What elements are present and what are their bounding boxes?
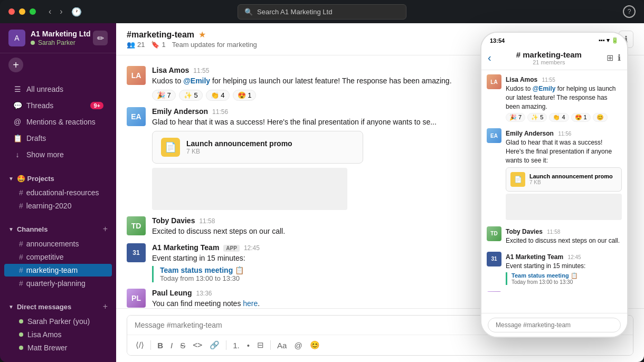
channels-section-header[interactable]: ▼ Channels + <box>0 221 116 237</box>
compose-button[interactable]: ✏ <box>93 31 108 45</box>
projects-arrow: ▼ <box>8 176 14 182</box>
mobile-video-icon[interactable]: ⊞ <box>607 53 613 63</box>
reaction-item[interactable]: 🎉 7 <box>506 113 525 122</box>
reaction-item[interactable]: ✨ 5 <box>527 113 547 122</box>
file-name: Launch announcement promo <box>186 139 354 148</box>
dm-section-header[interactable]: ▼ Direct messages + <box>0 299 116 315</box>
history-button[interactable]: 🕐 <box>69 5 84 19</box>
file-preview <box>152 168 347 210</box>
sidebar-item-threads[interactable]: 💬 Threads 9+ <box>4 98 112 113</box>
event-title: Team status meeting 📋 <box>512 272 622 279</box>
avatar: PL <box>487 291 501 292</box>
channel-item-marketing-team[interactable]: # marketing-team <box>4 264 112 277</box>
reaction-item[interactable]: 👏 4 <box>549 113 569 122</box>
hash-icon: # <box>19 202 23 210</box>
emoji-button[interactable]: 😊 <box>307 338 323 352</box>
close-button[interactable] <box>8 8 15 15</box>
mention-button[interactable]: @ <box>291 339 305 352</box>
user-name: Sarah Parker <box>38 39 75 46</box>
message-content: Toby Davies 11:58 Excited to discuss nex… <box>506 226 622 245</box>
mobile-message-input[interactable] <box>488 318 621 332</box>
channel-item-announcements[interactable]: # announcements <box>4 237 112 250</box>
dm-item-lisa-amos[interactable]: Lisa Amos <box>4 328 112 341</box>
file-attachment[interactable]: 📄 Launch announcement promo 7 KB <box>506 167 622 192</box>
help-button[interactable]: ? <box>623 5 636 18</box>
bold-button[interactable]: B <box>154 339 166 352</box>
bullet-list-button[interactable]: • <box>244 339 253 352</box>
workspace-header: A A1 Marketing Ltd Sarah Parker ✏ <box>0 23 116 53</box>
sidebar-item-all-unreads[interactable]: ☰ All unreads <box>4 81 112 97</box>
file-attachment[interactable]: 📄 Launch announcement promo 7 KB <box>152 131 363 164</box>
message-time: 11:56 <box>558 131 571 137</box>
dm-arrow: ▼ <box>8 304 14 310</box>
workspace-info[interactable]: A A1 Marketing Ltd Sarah Parker <box>8 30 91 46</box>
reactions: 🎉 7 ✨ 5 👏 4 😍 1 😊 <box>506 113 622 122</box>
list-item: PL Paul Leung 13:36 You can find meeting… <box>487 291 622 292</box>
italic-button[interactable]: I <box>167 339 176 352</box>
message-time: 13:36 <box>196 290 212 297</box>
dm-item-matt-brewer[interactable]: Matt Brewer <box>4 341 112 354</box>
mobile-info-icon[interactable]: ℹ <box>618 53 621 63</box>
forward-button[interactable]: › <box>58 5 64 19</box>
drafts-icon: 📋 <box>13 134 22 143</box>
minimize-button[interactable] <box>19 8 25 15</box>
link-button[interactable]: 🔗 <box>206 338 223 352</box>
nav-buttons: ‹ › 🕐 <box>46 5 84 19</box>
message-text: Event starting in 15 minutes: <box>506 262 622 271</box>
ordered-list-button[interactable]: 1. <box>230 339 243 352</box>
meeting-notes-link[interactable]: here <box>243 299 258 308</box>
channel-description: Team updates for marketing <box>172 41 257 49</box>
mobile-back-button[interactable]: ‹ <box>488 52 491 64</box>
sidebar: A A1 Marketing Ltd Sarah Parker ✏ + <box>0 23 116 362</box>
reaction-item[interactable]: ✨ 5 <box>179 90 203 101</box>
drafts-label: Drafts <box>26 134 46 142</box>
toolbar-divider <box>270 340 271 350</box>
dm-item-sarah-parker[interactable]: Sarah Parker (you) <box>4 315 112 328</box>
search-bar[interactable]: 🔍 Search A1 Marketing Ltd <box>238 4 406 20</box>
sidebar-item-drafts[interactable]: 📋 Drafts <box>4 130 112 146</box>
back-button[interactable]: ‹ <box>46 5 53 19</box>
strikethrough-button[interactable]: S <box>177 339 188 352</box>
event-time: Today from 13:00 to 13:30 <box>512 279 622 285</box>
projects-section: ▼ 🤩 Projects # educational-resources # l… <box>0 167 116 217</box>
message-author: Toby Davies <box>152 216 195 225</box>
reaction-item[interactable]: 👏 4 <box>206 90 230 101</box>
reaction-item[interactable]: 🎉 7 <box>152 90 176 101</box>
code-button[interactable]: <> <box>190 338 205 352</box>
sidebar-item-show-more[interactable]: ↓ Show more <box>4 147 112 163</box>
message-content: Paul Leung 13:36 You can find meeting no… <box>506 291 622 292</box>
indent-button[interactable]: ⊟ <box>254 338 267 352</box>
sidebar-item-mentions[interactable]: @ Mentions & reactions <box>4 114 112 130</box>
toolbar-divider <box>226 340 226 350</box>
message-author: Toby Davies <box>506 228 543 235</box>
reaction-item[interactable]: 😍 1 <box>571 113 591 122</box>
star-icon[interactable]: ★ <box>198 30 206 40</box>
mobile-channel-info: # marketing-team 21 members <box>516 50 582 65</box>
new-button[interactable]: + <box>8 58 23 72</box>
reaction-item[interactable]: 😍 1 <box>233 90 257 101</box>
projects-section-header[interactable]: ▼ 🤩 Projects <box>0 172 116 186</box>
text-size-button[interactable]: Aa <box>274 339 290 352</box>
workspace-status: Sarah Parker <box>31 39 91 46</box>
message-time: 12:45 <box>244 244 260 252</box>
maximize-button[interactable] <box>30 8 36 15</box>
hash-icon: # <box>19 253 23 261</box>
reaction-item[interactable]: 😊 <box>593 113 608 122</box>
all-unreads-icon: ☰ <box>13 84 22 94</box>
avatar: EA <box>487 128 501 143</box>
channel-item-educational-resources[interactable]: # educational-resources <box>4 186 112 199</box>
avatar: EA <box>127 107 146 126</box>
list-item: TD Toby Davies 11:58 Excited to discuss … <box>487 226 622 245</box>
message-content: A1 Marketing Team 12:45 Event starting i… <box>506 252 622 285</box>
message-text: Glad to hear that it was a success! Here… <box>506 138 622 165</box>
mentions-label: Mentions & reactions <box>26 118 96 126</box>
add-dm-button[interactable]: + <box>103 302 108 311</box>
channel-item-competitive[interactable]: # competitive <box>4 251 112 263</box>
hash-icon: # <box>19 266 23 274</box>
message-author: Lisa Amos <box>152 66 189 74</box>
format-button[interactable]: ⟨/⟩ <box>132 338 147 352</box>
channels-section: ▼ Channels + # announcements # competiti… <box>0 217 116 294</box>
add-channel-button[interactable]: + <box>103 224 108 234</box>
channel-item-learning-2020[interactable]: # learning-2020 <box>4 199 112 212</box>
channel-item-quarterly-planning[interactable]: # quarterly-planning <box>4 277 112 290</box>
